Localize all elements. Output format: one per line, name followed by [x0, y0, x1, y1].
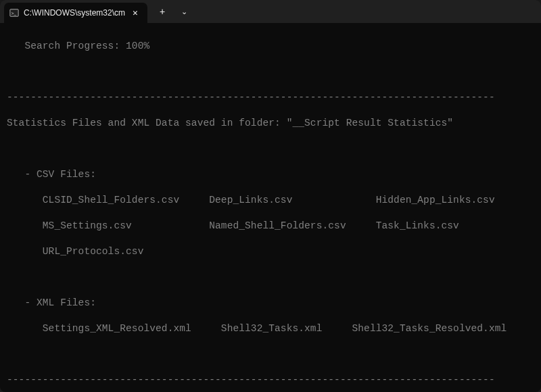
csv-line: CLSID_Shell_Folders.csv Deep_Links.csv H…: [7, 194, 540, 207]
xml-line: Settings_XML_Resolved.xml Shell32_Tasks.…: [7, 322, 540, 335]
new-tab-button[interactable]: +: [151, 1, 173, 22]
svg-text:>_: >_: [11, 11, 17, 16]
xml-label: - XML Files:: [7, 297, 540, 310]
divider: ----------------------------------------…: [7, 374, 540, 387]
tab-cmd[interactable]: >_ C:\WINDOWS\system32\cmd. ✕: [4, 3, 147, 23]
titlebar-buttons: + ⌄: [151, 0, 195, 23]
divider: ----------------------------------------…: [7, 91, 540, 104]
csv-line: MS_Settings.csv Named_Shell_Folders.csv …: [7, 220, 540, 232]
progress-line: Search Progress: 100%: [7, 40, 540, 53]
tab-dropdown-button[interactable]: ⌄: [173, 1, 195, 22]
csv-label: - CSV Files:: [7, 168, 540, 181]
tab-close-button[interactable]: ✕: [130, 7, 141, 18]
csv-line: URL_Protocols.csv: [7, 245, 540, 258]
titlebar: >_ C:\WINDOWS\system32\cmd. ✕ + ⌄: [0, 0, 541, 23]
terminal-output[interactable]: Search Progress: 100% ------------------…: [0, 23, 541, 392]
terminal-window: >_ C:\WINDOWS\system32\cmd. ✕ + ⌄ Search…: [0, 0, 541, 392]
tab-title: C:\WINDOWS\system32\cmd.: [24, 8, 125, 18]
stats-header: Statistics Files and XML Data saved in f…: [7, 117, 540, 130]
cmd-icon: >_: [9, 8, 19, 18]
